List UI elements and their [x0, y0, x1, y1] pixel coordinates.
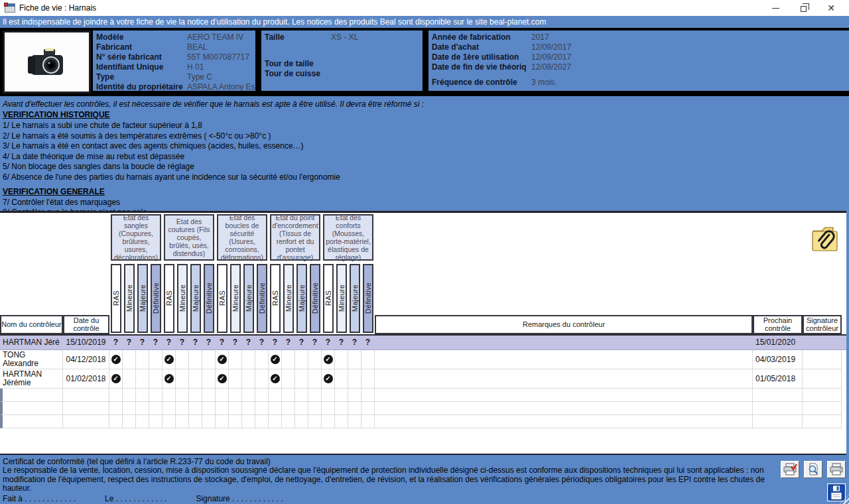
state-mark-cell[interactable]: [109, 415, 123, 428]
state-mark-cell[interactable]: [176, 389, 189, 402]
state-mark-cell[interactable]: [123, 389, 136, 402]
state-mark-cell[interactable]: [216, 389, 229, 402]
state-mark-cell[interactable]: [189, 389, 202, 402]
state-mark-cell[interactable]: [361, 402, 375, 415]
state-mark-cell[interactable]: [255, 389, 269, 402]
state-mark-cell[interactable]: [242, 350, 255, 369]
state-mark-cell[interactable]: [123, 415, 136, 428]
controller-name-cell[interactable]: HARTMAN Jéré: [0, 336, 63, 349]
state-mark-cell[interactable]: [229, 415, 242, 428]
state-mark-cell[interactable]: [282, 350, 295, 369]
state-mark-cell[interactable]: [255, 369, 269, 389]
next-control-cell[interactable]: [753, 415, 803, 428]
state-mark-cell[interactable]: [322, 402, 335, 415]
control-date-cell[interactable]: 01/02/2018: [63, 369, 109, 389]
state-mark-cell[interactable]: ?: [308, 336, 322, 349]
state-mark-cell[interactable]: [202, 369, 216, 389]
state-mark-cell[interactable]: [109, 402, 123, 415]
state-mark-cell[interactable]: ?: [255, 336, 269, 349]
controller-name-cell[interactable]: [0, 402, 63, 415]
state-mark-cell[interactable]: ?: [216, 336, 229, 349]
next-control-cell[interactable]: 15/01/2020: [753, 336, 803, 349]
next-control-cell[interactable]: 04/03/2019: [753, 350, 803, 369]
state-mark-cell[interactable]: ?: [202, 336, 216, 349]
signature-cell[interactable]: [803, 336, 842, 349]
remarks-cell[interactable]: [375, 415, 753, 428]
next-control-cell[interactable]: [753, 402, 803, 415]
state-mark-cell[interactable]: [255, 415, 269, 428]
state-mark-cell[interactable]: ?: [189, 336, 202, 349]
state-mark-cell[interactable]: [216, 415, 229, 428]
state-mark-cell[interactable]: [176, 369, 189, 389]
state-mark-cell[interactable]: [361, 389, 375, 402]
state-mark-cell[interactable]: [216, 402, 229, 415]
state-mark-cell[interactable]: [282, 389, 295, 402]
state-mark-cell[interactable]: [202, 402, 216, 415]
state-mark-cell[interactable]: [322, 415, 335, 428]
state-mark-cell[interactable]: ?: [136, 336, 149, 349]
controller-name-cell[interactable]: TONG Alexandre: [0, 350, 63, 369]
state-mark-cell[interactable]: ?: [149, 336, 163, 349]
state-mark-cell[interactable]: [282, 369, 295, 389]
table-row[interactable]: [0, 402, 846, 415]
controller-name-cell[interactable]: HARTMAN Jérémie: [0, 369, 63, 389]
state-mark-cell[interactable]: [242, 402, 255, 415]
state-mark-cell[interactable]: [295, 350, 308, 369]
state-mark-cell[interactable]: [295, 369, 308, 389]
state-mark-cell[interactable]: ?: [123, 336, 136, 349]
state-mark-cell[interactable]: ✓: [322, 350, 335, 369]
state-mark-cell[interactable]: [163, 402, 176, 415]
state-mark-cell[interactable]: ?: [282, 336, 295, 349]
state-mark-cell[interactable]: [348, 389, 361, 402]
state-mark-cell[interactable]: [269, 389, 282, 402]
signature-cell[interactable]: [803, 389, 842, 402]
signature-cell[interactable]: [803, 369, 842, 389]
state-mark-cell[interactable]: [322, 389, 335, 402]
state-mark-cell[interactable]: ?: [335, 336, 348, 349]
signature-cell[interactable]: [803, 402, 842, 415]
state-mark-cell[interactable]: [176, 415, 189, 428]
close-button[interactable]: ✕: [817, 0, 845, 16]
state-mark-cell[interactable]: [282, 402, 295, 415]
state-mark-cell[interactable]: [149, 402, 163, 415]
table-row[interactable]: TONG Alexandre04/12/2018✓✓✓✓✓04/03/2019: [0, 350, 846, 369]
state-mark-cell[interactable]: [361, 369, 375, 389]
state-mark-cell[interactable]: [255, 402, 269, 415]
state-mark-cell[interactable]: [308, 350, 322, 369]
state-mark-cell[interactable]: [335, 402, 348, 415]
control-date-cell[interactable]: [63, 415, 109, 428]
state-mark-cell[interactable]: [176, 402, 189, 415]
state-mark-cell[interactable]: [189, 369, 202, 389]
state-mark-cell[interactable]: [308, 369, 322, 389]
state-mark-cell[interactable]: [229, 402, 242, 415]
state-mark-cell[interactable]: [136, 369, 149, 389]
state-mark-cell[interactable]: ✓: [216, 350, 229, 369]
control-date-cell[interactable]: 04/12/2018: [63, 350, 109, 369]
state-mark-cell[interactable]: ?: [109, 336, 123, 349]
table-row[interactable]: [0, 389, 846, 402]
controller-name-cell[interactable]: [0, 389, 63, 402]
state-mark-cell[interactable]: [136, 415, 149, 428]
state-mark-cell[interactable]: ?: [242, 336, 255, 349]
state-mark-cell[interactable]: [308, 402, 322, 415]
remarks-cell[interactable]: [375, 336, 753, 349]
state-mark-cell[interactable]: [229, 369, 242, 389]
print-button[interactable]: [827, 461, 846, 478]
state-mark-cell[interactable]: [123, 369, 136, 389]
minimize-button[interactable]: [761, 0, 789, 16]
state-mark-cell[interactable]: [335, 415, 348, 428]
signature-cell[interactable]: [803, 350, 842, 369]
state-mark-cell[interactable]: [295, 402, 308, 415]
state-mark-cell[interactable]: [348, 415, 361, 428]
state-mark-cell[interactable]: [308, 389, 322, 402]
state-mark-cell[interactable]: [255, 350, 269, 369]
state-mark-cell[interactable]: ✓: [163, 369, 176, 389]
control-date-cell[interactable]: [63, 389, 109, 402]
state-mark-cell[interactable]: ✓: [163, 350, 176, 369]
state-mark-cell[interactable]: ✓: [269, 350, 282, 369]
remarks-cell[interactable]: [375, 369, 753, 389]
state-mark-cell[interactable]: [269, 415, 282, 428]
state-mark-cell[interactable]: ?: [295, 336, 308, 349]
table-row[interactable]: HARTMAN Jéré15/10/2019??????????????????…: [0, 336, 846, 350]
remarks-cell[interactable]: [375, 402, 753, 415]
